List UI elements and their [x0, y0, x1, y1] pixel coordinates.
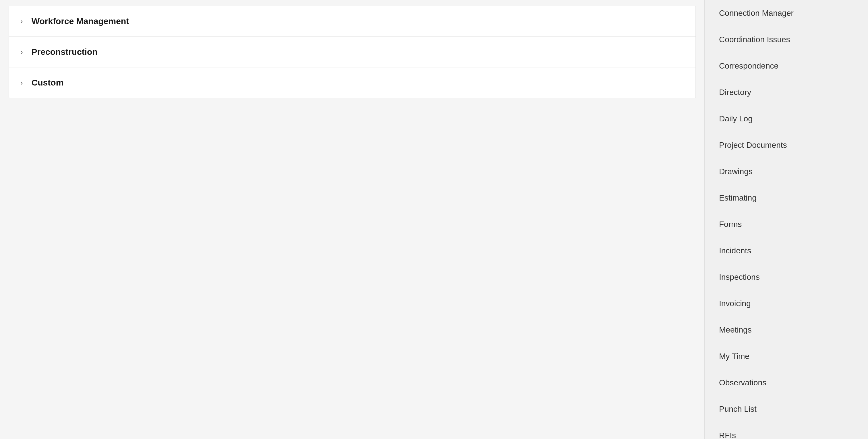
sidebar-item-punch-list[interactable]: Punch List [705, 396, 868, 422]
sidebar-item-directory[interactable]: Directory [705, 79, 868, 105]
sidebar: Connection ManagerCoordination IssuesCor… [704, 0, 868, 439]
sidebar-item-invoicing[interactable]: Invoicing [705, 290, 868, 317]
sidebar-item-inspections[interactable]: Inspections [705, 264, 868, 290]
sidebar-item-rfis[interactable]: RFIs [705, 422, 868, 439]
sidebar-item-daily-log[interactable]: Daily Log [705, 105, 868, 132]
main-content: › Workforce Management › Preconstruction… [0, 0, 704, 439]
list-item-label: Custom [32, 78, 64, 88]
list-item-custom[interactable]: › Custom [9, 67, 695, 98]
items-list: › Workforce Management › Preconstruction… [9, 6, 696, 98]
sidebar-item-drawings[interactable]: Drawings [705, 158, 868, 185]
sidebar-item-correspondence[interactable]: Correspondence [705, 53, 868, 79]
sidebar-item-estimating[interactable]: Estimating [705, 185, 868, 211]
sidebar-item-observations[interactable]: Observations [705, 370, 868, 396]
list-item-label: Workforce Management [32, 17, 129, 26]
sidebar-item-incidents[interactable]: Incidents [705, 238, 868, 264]
list-item-preconstruction[interactable]: › Preconstruction [9, 37, 695, 67]
sidebar-item-meetings[interactable]: Meetings [705, 317, 868, 343]
chevron-icon: › [20, 78, 23, 87]
sidebar-item-my-time[interactable]: My Time [705, 343, 868, 370]
sidebar-item-project-documents[interactable]: Project Documents [705, 132, 868, 158]
list-item-workforce-management[interactable]: › Workforce Management [9, 6, 695, 37]
chevron-icon: › [20, 48, 23, 57]
chevron-icon: › [20, 17, 23, 26]
sidebar-item-connection-manager[interactable]: Connection Manager [705, 0, 868, 26]
list-item-label: Preconstruction [32, 47, 98, 57]
sidebar-item-forms[interactable]: Forms [705, 211, 868, 238]
sidebar-item-coordination-issues[interactable]: Coordination Issues [705, 26, 868, 53]
